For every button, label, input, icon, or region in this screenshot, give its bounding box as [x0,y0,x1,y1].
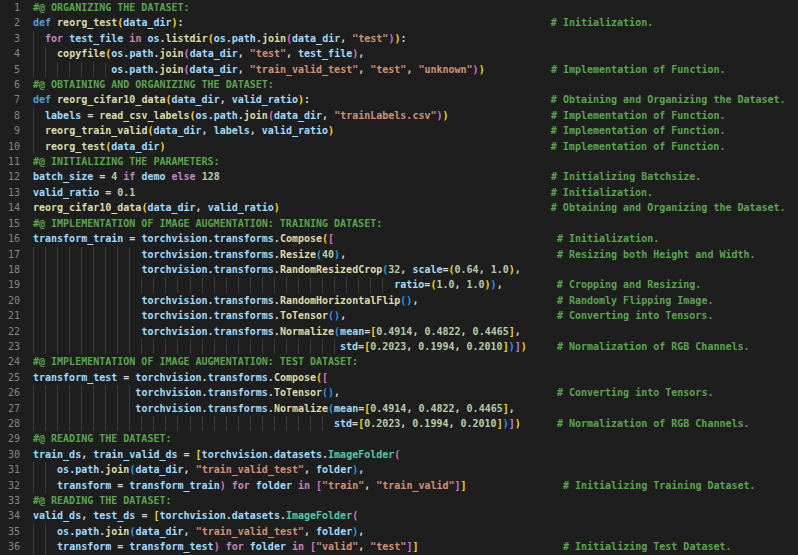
code-line[interactable]: 24#@ IMPLEMENTATION OF IMAGE AUGMENTATIO… [0,354,798,369]
code-line-content[interactable]: train_ds, train_valid_ds = [torchvision.… [33,447,400,462]
code-line[interactable]: 23 std=[0.2023, 0.1994, 0.2010])]) # Nor… [0,339,798,354]
code-line[interactable]: 20 torchvision.transforms.RandomHorizont… [0,293,798,308]
code-line[interactable]: 21 torchvision.transforms.ToTensor(), # … [0,308,798,323]
code-line-content[interactable]: def reorg_cifar10_data(data_dir, valid_r… [33,92,786,107]
code-line-content[interactable]: torchvision.transforms.Normalize(mean=[0… [33,401,515,416]
code-token: : [304,94,310,105]
code-line-content[interactable]: #@ READING THE DATASET: [33,431,171,446]
code-line-content[interactable]: #@ IMPLEMENTATION OF IMAGE AUGMENTATION:… [33,354,358,369]
code-token: test_file [298,48,352,59]
code-line-content[interactable]: def reorg_test(data_dir): # Initializati… [33,15,653,30]
code-line[interactable]: 14reorg_cifar10_data(data_dir, valid_rat… [0,200,798,215]
code-line[interactable]: 2def reorg_test(data_dir): # Initializat… [0,15,798,30]
code-line[interactable]: 30train_ds, train_valid_ds = [torchvisio… [0,447,798,462]
code-line-content[interactable]: #@ INITIALIZING THE PARAMETERS: [33,154,220,169]
code-token: #@ IMPLEMENTATION OF IMAGE AUGMENTATION:… [33,218,382,229]
code-line[interactable]: 27 torchvision.transforms.Normalize(mean… [0,401,798,416]
code-line-content[interactable]: valid_ratio = 0.1 # Initialization. [33,185,653,200]
code-line[interactable]: 16transform_train = torchvision.transfor… [0,231,798,246]
code-line[interactable]: 4 copyfile(os.path.join(data_dir, "test"… [0,46,798,61]
code-line[interactable]: 36 transform = transform_test) for folde… [0,539,798,554]
line-number: 14 [0,200,20,215]
line-number: 33 [0,493,20,508]
code-line-content[interactable]: reorg_test(data_dir) # Implementation of… [33,139,725,154]
code-line[interactable]: 35 os.path.join(data_dir, "train_valid_t… [0,524,798,539]
code-line[interactable]: 18 torchvision.transforms.RandomResizedC… [0,262,798,277]
code-token: path [129,64,153,75]
code-line-content[interactable]: torchvision.transforms.RandomResizedCrop… [33,262,521,277]
code-line-content[interactable]: #@ READING THE DATASET: [33,493,171,508]
code-line[interactable]: 25transform_test = torchvision.transform… [0,370,798,385]
code-line-content[interactable]: torchvision.transforms.RandomHorizontalF… [33,293,713,308]
code-line[interactable]: 6#@ OBTAINING AND ORGANIZING THE DATASET… [0,77,798,92]
code-line-content[interactable]: #@ IMPLEMENTATION OF IMAGE AUGMENTATION:… [33,216,382,231]
code-line-content[interactable]: torchvision.transforms.Normalize(mean=[0… [33,324,521,339]
code-line-content[interactable]: for test_file in os.listdir(os.path.join… [33,31,406,46]
code-line[interactable]: 12batch_size = 4 if demo else 128 # Init… [0,169,798,184]
code-line[interactable]: 26 torchvision.transforms.ToTensor(), # … [0,385,798,400]
code-line-content[interactable]: torchvision.transforms.ToTensor(), # Con… [33,385,713,400]
code-line[interactable]: 17 torchvision.transforms.Resize(40), # … [0,247,798,262]
code-line-content[interactable]: os.path.join(data_dir, "train_valid_test… [33,62,726,77]
code-line-content[interactable]: std=[0.2023, 0.1994, 0.2010])]) # Normal… [33,416,750,431]
code-line[interactable]: 32 transform = transform_train) for fold… [0,478,798,493]
code-line[interactable]: 15#@ IMPLEMENTATION OF IMAGE AUGMENTATIO… [0,216,798,231]
code-token: std [340,341,358,352]
line-number: 6 [0,77,20,92]
code-line-content[interactable]: reorg_train_valid(data_dir, labels, vali… [33,123,725,138]
code-line-content[interactable]: transform_train = torchvision.transforms… [33,231,659,246]
code-line[interactable]: 28 std=[0.2023, 0.1994, 0.2010])]) # Nor… [0,416,798,431]
code-token: train_ds [33,449,81,460]
code-line-content[interactable]: valid_ds, test_ds = [torchvision.dataset… [33,508,358,523]
code-line[interactable]: 19 ratio=(1.0, 1.0)), # Cropping and Res… [0,277,798,292]
code-line-content[interactable]: torchvision.transforms.Resize(40), # Res… [33,247,756,262]
code-token: = [99,187,117,198]
code-line[interactable]: 13valid_ratio = 0.1 # Initialization. [0,185,798,200]
code-line[interactable]: 11#@ INITIALIZING THE PARAMETERS: [0,154,798,169]
code-line[interactable]: 9 reorg_train_valid(data_dir, labels, va… [0,123,798,138]
code-line[interactable]: 10 reorg_test(data_dir) # Implementation… [0,139,798,154]
code-line-content[interactable]: reorg_cifar10_data(data_dir, valid_ratio… [33,200,786,215]
trailing-comment: # Implementation of Function. [551,125,726,136]
code-token: transforms [214,233,274,244]
code-line-content[interactable]: #@ ORGANIZING THE DATASET: [33,0,190,15]
code-line-content[interactable]: transform = transform_test) for folder i… [33,539,732,554]
code-line-content[interactable]: os.path.join(data_dir, "train_valid_test… [33,524,364,539]
indent-guides [33,462,57,477]
code-line-content[interactable]: labels = read_csv_labels(os.path.join(da… [33,108,726,123]
code-token: , [479,264,491,275]
code-line-content[interactable]: os.path.join(data_dir, "train_valid_test… [33,462,364,477]
code-line-content[interactable]: copyfile(os.path.join(data_dir, "test", … [33,46,364,61]
indent-guides [33,385,135,400]
code-line[interactable]: 29#@ READING THE DATASET: [0,431,798,446]
code-token: Normalize [280,326,334,337]
line-number: 19 [0,277,20,292]
code-line-content[interactable]: transform_test = torchvision.transforms.… [33,370,328,385]
indent-guides [33,139,45,154]
code-line[interactable]: 3 for test_file in os.listdir(os.path.jo… [0,31,798,46]
code-token: def [33,94,51,105]
code-line[interactable]: 7def reorg_cifar10_data(data_dir, valid_… [0,92,798,107]
code-line[interactable]: 8 labels = read_csv_labels(os.path.join(… [0,108,798,123]
code-line-content[interactable]: #@ OBTAINING AND ORGANIZING THE DATASET: [33,77,274,92]
code-line[interactable]: 34valid_ds, test_ds = [torchvision.datas… [0,508,798,523]
code-line[interactable]: 31 os.path.join(data_dir, "train_valid_t… [0,462,798,477]
code-line-content[interactable]: transform = transform_train) for folder … [33,478,756,493]
code-line-content[interactable]: torchvision.transforms.ToTensor(), # Con… [33,308,713,323]
code-token: , [406,341,418,352]
code-token: data_dir [135,526,183,537]
code-line[interactable]: 33#@ READING THE DATASET: [0,493,798,508]
code-token: , [515,264,521,275]
code-editor[interactable]: 1#@ ORGANIZING THE DATASET:2def reorg_te… [0,0,798,555]
code-line[interactable]: 5 os.path.join(data_dir, "train_valid_te… [0,62,798,77]
code-token: , [340,249,346,260]
code-line-content[interactable]: std=[0.2023, 0.1994, 0.2010])]) # Normal… [33,339,750,354]
code-line-content[interactable]: batch_size = 4 if demo else 128 # Initia… [33,169,701,184]
code-line[interactable]: 22 torchvision.transforms.Normalize(mean… [0,324,798,339]
code-token: , [358,64,370,75]
code-token: data_dir [274,110,322,121]
code-token: , [220,94,232,105]
code-token: , [412,295,418,306]
code-line[interactable]: 1#@ ORGANIZING THE DATASET: [0,0,798,15]
code-line-content[interactable]: ratio=(1.0, 1.0)), # Cropping and Resizi… [33,277,701,292]
